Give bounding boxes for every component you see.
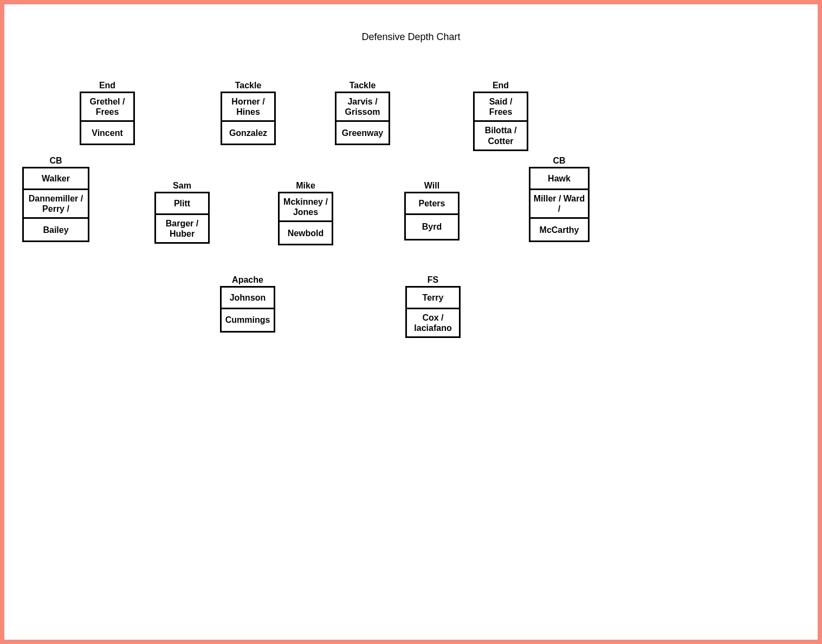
position-label: CB <box>529 156 590 166</box>
position-will: Will Peters Byrd <box>404 181 459 240</box>
position-mike: Mike Mckinney / Jones Newbold <box>278 181 333 245</box>
position-label: FS <box>405 275 461 285</box>
position-box: Hawk Miller / Ward / McCarthy <box>529 167 590 242</box>
depth-cell: Miller / Ward / <box>530 190 588 219</box>
page-title: Defensive Depth Chart <box>4 31 818 43</box>
position-cb-left: CB Walker Dannemiller /Perry / Bailey <box>22 156 89 242</box>
depth-cell: Walker <box>24 168 88 190</box>
depth-cell: Cox / Iaciafano <box>407 309 459 336</box>
position-box: Jarvis / Grissom Greenway <box>335 92 390 145</box>
depth-cell: Newbold <box>280 222 332 244</box>
depth-cell: Gonzalez <box>222 122 274 144</box>
position-box: Johnson Cummings <box>220 286 275 333</box>
position-label: Will <box>404 181 459 191</box>
position-end-left: End Grethel / Frees Vincent <box>80 81 135 145</box>
depth-cell: Byrd <box>406 215 458 239</box>
position-label: Sam <box>154 181 210 191</box>
position-end-right: End Said / Frees Bilotta / Cotter <box>473 81 528 151</box>
depth-cell: Dannemiller /Perry / <box>24 190 88 219</box>
depth-cell: Johnson <box>222 288 274 309</box>
depth-cell: Plitt <box>156 193 208 215</box>
page-frame: Defensive Depth Chart End Grethel / Free… <box>0 0 822 644</box>
position-sam: Sam Plitt Barger / Huber <box>154 181 210 244</box>
position-cb-right: CB Hawk Miller / Ward / McCarthy <box>529 156 590 242</box>
depth-cell: Terry <box>407 288 459 309</box>
position-box: Terry Cox / Iaciafano <box>405 286 461 338</box>
position-label: End <box>473 81 528 90</box>
depth-cell: Said / Frees <box>475 93 527 122</box>
position-fs: FS Terry Cox / Iaciafano <box>405 275 461 338</box>
position-apache: Apache Johnson Cummings <box>220 275 275 333</box>
position-box: Horner / Hines Gonzalez <box>221 92 276 145</box>
position-box: Grethel / Frees Vincent <box>80 92 135 145</box>
depth-cell: Horner / Hines <box>222 93 274 122</box>
position-box: Said / Frees Bilotta / Cotter <box>473 92 528 151</box>
depth-cell: McCarthy <box>530 219 588 240</box>
position-label: CB <box>22 156 89 166</box>
position-box: Peters Byrd <box>404 192 459 240</box>
position-label: Tackle <box>221 81 276 90</box>
depth-cell: Mckinney / Jones <box>280 193 332 222</box>
depth-cell: Bilotta / Cotter <box>475 122 527 149</box>
position-box: Walker Dannemiller /Perry / Bailey <box>22 167 89 242</box>
position-label: Tackle <box>335 81 390 90</box>
depth-cell: Greenway <box>336 122 389 144</box>
position-box: Plitt Barger / Huber <box>154 192 210 244</box>
depth-cell: Vincent <box>81 122 133 144</box>
depth-cell: Peters <box>406 193 458 215</box>
depth-cell: Jarvis / Grissom <box>336 93 389 122</box>
depth-cell: Cummings <box>222 309 274 331</box>
position-tackle-right: Tackle Jarvis / Grissom Greenway <box>335 81 390 145</box>
position-label: Apache <box>220 275 275 285</box>
position-label: Mike <box>278 181 333 191</box>
position-tackle-left: Tackle Horner / Hines Gonzalez <box>221 81 276 145</box>
depth-cell: Grethel / Frees <box>81 93 133 122</box>
position-box: Mckinney / Jones Newbold <box>278 192 333 245</box>
position-label: End <box>80 81 135 90</box>
depth-cell: Bailey <box>24 219 88 240</box>
depth-cell: Barger / Huber <box>156 215 208 242</box>
depth-cell: Hawk <box>530 168 588 190</box>
